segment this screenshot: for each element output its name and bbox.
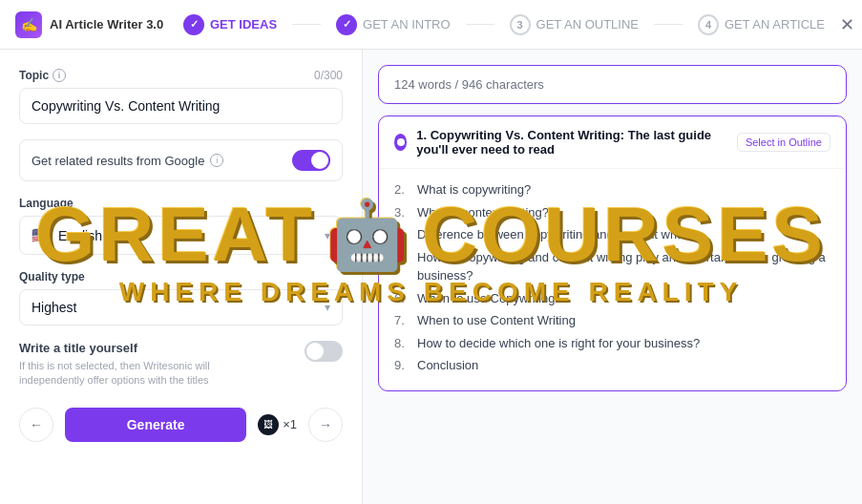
topic-label-left: Topic i xyxy=(19,69,66,82)
main-layout: Topic i 0/300 Get related results from G… xyxy=(0,50,862,504)
quality-text: Highest xyxy=(32,300,76,315)
left-panel: Topic i 0/300 Get related results from G… xyxy=(0,50,363,504)
quality-field: Quality type Highest ▾ xyxy=(19,270,343,326)
topic-input[interactable] xyxy=(19,88,343,124)
outline-item-num: 7. xyxy=(394,311,411,330)
outline-header: 1. Copywriting Vs. Content Writing: The … xyxy=(379,116,846,169)
topic-label-row: Topic i 0/300 xyxy=(19,69,343,82)
topic-count: 0/300 xyxy=(314,69,343,82)
count-badge: 🖼 ×1 xyxy=(258,414,297,435)
google-toggle-switch[interactable] xyxy=(292,150,330,171)
generate-button[interactable]: Generate xyxy=(65,408,246,442)
outline-list-item: 6.When to use Copywriting xyxy=(394,289,830,308)
nav-step-outline[interactable]: 3 GET AN OUTLINE xyxy=(494,14,654,35)
outline-list-item: 5.How do copywriting and content writing… xyxy=(394,248,830,285)
brand-title: AI Article Writer 3.0 xyxy=(50,17,163,32)
outline-item-num: 4. xyxy=(394,225,411,244)
brand-icon: ✍ xyxy=(15,11,42,38)
google-toggle-row[interactable]: Get related results from Google i xyxy=(19,139,343,181)
language-chevron-icon: ▾ xyxy=(325,229,330,242)
nav-step-ideas[interactable]: ✓ GET IDEAS xyxy=(168,14,292,35)
nav-step-article[interactable]: 4 GET AN ARTICLE xyxy=(683,14,840,35)
outline-item-num: 8. xyxy=(394,334,411,353)
word-count-bar: 124 words / 946 characters xyxy=(378,65,847,104)
language-label: Language xyxy=(19,197,343,210)
language-label-text: Language xyxy=(19,197,74,210)
outline-item-num: 6. xyxy=(394,289,411,308)
outline-item-num: 2. xyxy=(394,180,411,200)
step-outline-label: GET AN OUTLINE xyxy=(536,17,639,32)
right-panel: 124 words / 946 characters 1. Copywritin… xyxy=(363,50,862,504)
quality-value: Highest xyxy=(32,300,76,315)
outline-item-text: Conclusion xyxy=(417,356,830,375)
outline-header-left: 1. Copywriting Vs. Content Writing: The … xyxy=(394,128,737,157)
google-info-icon[interactable]: i xyxy=(210,154,223,167)
outline-item-text: Difference between copywriting and conte… xyxy=(417,225,830,244)
step-intro-icon: ✓ xyxy=(336,14,357,35)
outline-title: 1. Copywriting Vs. Content Writing: The … xyxy=(416,128,737,157)
outline-list: 2.What is copywriting?3.What is content … xyxy=(379,169,846,390)
language-flag: 🇺🇸 xyxy=(32,226,51,244)
google-toggle-label: Get related results from Google i xyxy=(32,154,223,168)
prev-button[interactable]: ← xyxy=(19,408,53,442)
word-count-text: 124 words / 946 characters xyxy=(394,77,544,92)
quality-chevron-icon: ▾ xyxy=(325,301,330,314)
outline-actions: Select in Outline xyxy=(737,133,830,152)
write-title-toggle[interactable] xyxy=(305,341,343,362)
outline-item-text: What is content writing? xyxy=(417,203,830,222)
step-article-icon: 4 xyxy=(698,14,719,35)
write-title-label: Write a title yourself xyxy=(19,341,229,355)
google-label-text: Get related results from Google xyxy=(32,154,204,168)
write-title-row: Write a title yourself If this is not se… xyxy=(19,341,343,388)
outline-list-item: 7.When to use Content Writing xyxy=(394,311,830,330)
nav-sep-2 xyxy=(466,24,494,25)
step-outline-icon: 3 xyxy=(510,14,531,35)
outline-item-text: How to decide which one is right for you… xyxy=(417,334,830,353)
outline-item-text: When to use Content Writing xyxy=(417,311,830,330)
quality-label-text: Quality type xyxy=(19,270,85,284)
language-text: English xyxy=(58,228,102,243)
step-ideas-icon: ✓ xyxy=(183,14,204,35)
top-navigation: ✍ AI Article Writer 3.0 ✓ GET IDEAS ✓ GE… xyxy=(0,0,862,50)
next-button[interactable]: → xyxy=(308,408,343,442)
footer-buttons: ← Generate 🖼 ×1 → xyxy=(19,404,343,442)
outline-card: 1. Copywriting Vs. Content Writing: The … xyxy=(378,116,847,391)
outline-item-num: 9. xyxy=(394,356,411,375)
quality-select[interactable]: Highest ▾ xyxy=(19,289,343,326)
outline-list-item: 4.Difference between copywriting and con… xyxy=(394,225,830,244)
outline-item-text: How do copywriting and content writing p… xyxy=(417,248,830,285)
topic-label-text: Topic xyxy=(19,69,49,82)
outline-list-item: 2.What is copywriting? xyxy=(394,180,830,200)
write-title-sub: If this is not selected, then Writesonic… xyxy=(19,359,229,388)
quality-label: Quality type xyxy=(19,270,343,284)
close-button[interactable]: ✕ xyxy=(840,11,854,38)
outline-item-text: What is copywriting? xyxy=(417,180,830,200)
topic-field: Topic i 0/300 xyxy=(19,69,343,124)
step-article-label: GET AN ARTICLE xyxy=(725,17,825,32)
nav-sep-1 xyxy=(292,24,321,25)
language-value: 🇺🇸 English xyxy=(32,226,102,244)
nav-step-intro[interactable]: ✓ GET AN INTRO xyxy=(321,14,466,35)
write-title-info: Write a title yourself If this is not se… xyxy=(19,341,229,388)
outline-item-num: 5. xyxy=(394,248,411,267)
language-select[interactable]: 🇺🇸 English ▾ xyxy=(19,216,343,255)
step-ideas-label: GET IDEAS xyxy=(210,17,277,32)
outline-list-item: 8.How to decide which one is right for y… xyxy=(394,334,830,353)
outline-item-num: 3. xyxy=(394,203,411,222)
count-icon: 🖼 xyxy=(258,414,279,435)
nav-sep-3 xyxy=(654,24,683,25)
brand: ✍ AI Article Writer 3.0 xyxy=(15,11,168,38)
step-intro-label: GET AN INTRO xyxy=(363,17,451,32)
select-in-outline-button[interactable]: Select in Outline xyxy=(737,133,830,152)
outline-list-item: 9.Conclusion xyxy=(394,356,830,375)
outline-list-item: 3.What is content writing? xyxy=(394,203,830,222)
language-field: Language 🇺🇸 English ▾ xyxy=(19,197,343,255)
topic-info-icon[interactable]: i xyxy=(53,69,66,82)
count-text: ×1 xyxy=(283,417,297,431)
outline-radio[interactable] xyxy=(394,134,407,151)
outline-item-text: When to use Copywriting xyxy=(417,289,830,308)
